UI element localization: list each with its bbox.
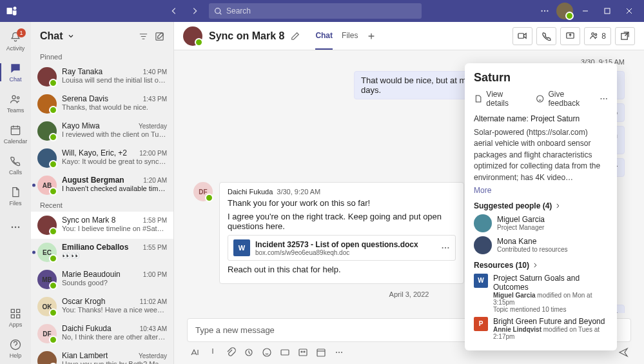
emoji-icon[interactable] — [262, 347, 272, 358]
svg-point-31 — [301, 351, 302, 352]
svg-point-4 — [544, 10, 545, 12]
chat-list-item[interactable]: Ray Tanaka1:40 PM Louisa will send the i… — [31, 63, 173, 90]
rail-teams[interactable]: Teams — [0, 88, 31, 119]
file-attachment[interactable]: W Incident 32573 - List of open question… — [228, 235, 456, 261]
message-text: Thank you for your work on this so far! — [228, 198, 456, 208]
svg-point-7 — [12, 96, 15, 99]
chat-list-item[interactable]: AB August Bergman1:20 AM I haven't check… — [31, 172, 173, 199]
rail-files[interactable]: Files — [0, 181, 31, 212]
rail-calendar[interactable]: Calendar — [0, 119, 31, 150]
send-icon[interactable] — [618, 347, 629, 358]
alternate-name: Alternate name: Project Saturn — [474, 114, 608, 123]
file-more-icon[interactable] — [441, 243, 450, 252]
suggested-person[interactable]: Miguel GarciaProject Manager — [474, 214, 608, 232]
feedback-icon — [536, 94, 544, 103]
svg-rect-30 — [299, 349, 307, 356]
nav-back-button[interactable] — [165, 2, 183, 20]
svg-point-35 — [338, 352, 340, 353]
search-input[interactable] — [226, 6, 416, 15]
chat-list-item[interactable]: Will, Kayo, Eric, +212:00 PM Kayo: It wo… — [31, 145, 173, 172]
chevron-right-icon — [532, 262, 538, 268]
tab-files[interactable]: Files — [342, 22, 358, 50]
app-rail: 1 Activity Chat Teams Calendar Calls Fil… — [0, 22, 31, 364]
maximize-button[interactable] — [598, 2, 617, 20]
compose-more-icon[interactable] — [334, 347, 344, 358]
chat-title: Sync on Mark 8 — [209, 30, 284, 42]
schedule-icon[interactable] — [316, 347, 326, 358]
chat-list-item[interactable]: DF Daichi Fukuda10:43 AM No, I think the… — [31, 320, 173, 347]
titlebar — [0, 0, 644, 22]
loop-icon[interactable] — [244, 347, 254, 358]
search-box[interactable] — [209, 3, 422, 19]
svg-point-2 — [215, 8, 220, 13]
rail-label: Apps — [9, 321, 23, 328]
tab-chat[interactable]: Chat — [315, 22, 333, 50]
suggested-person[interactable]: Mona KaneContributed to resources — [474, 236, 608, 254]
resource-item[interactable]: W Project Saturn Goals and OutcomesMigue… — [474, 274, 608, 313]
chat-list-item[interactable]: MB Marie Beaudouin1:00 PM Sounds good? — [31, 266, 173, 293]
context-more-icon[interactable] — [600, 94, 608, 103]
add-tab-icon[interactable] — [367, 32, 376, 41]
minimize-button[interactable] — [576, 2, 595, 20]
chatlist-title: Chat — [40, 30, 63, 42]
svg-rect-0 — [7, 8, 12, 14]
chat-list-item[interactable]: Kayo MiwaYesterday I reviewed with the c… — [31, 117, 173, 145]
message-avatar: DF — [193, 182, 213, 201]
context-title: Saturn — [474, 71, 608, 85]
priority-icon[interactable] — [208, 347, 218, 358]
profile-avatar[interactable] — [556, 3, 573, 19]
chat-list-item[interactable]: Serena Davis1:43 PM Thanks, that would b… — [31, 90, 173, 117]
word-file-icon: W — [233, 239, 250, 256]
chat-list-item[interactable]: OK Oscar Krogh11:02 AM You: Thanks! Have… — [31, 293, 173, 320]
suggested-people-header[interactable]: Suggested people (4) — [474, 201, 608, 210]
rail-activity[interactable]: 1 Activity — [0, 26, 31, 57]
rail-help[interactable]: Help — [0, 333, 31, 364]
filter-icon[interactable] — [139, 32, 148, 41]
svg-rect-14 — [17, 309, 20, 312]
new-chat-icon[interactable] — [155, 32, 164, 41]
svg-point-36 — [341, 352, 342, 353]
svg-rect-19 — [518, 34, 523, 39]
give-feedback-link[interactable]: Give feedback — [549, 90, 596, 108]
rail-label: Activity — [6, 45, 25, 52]
gif-icon[interactable] — [280, 347, 290, 358]
close-button[interactable] — [620, 2, 639, 20]
rail-label: Calendar — [4, 138, 28, 145]
svg-point-28 — [263, 349, 271, 356]
popout-button[interactable] — [615, 27, 635, 45]
svg-point-5 — [547, 10, 548, 12]
resource-item[interactable]: P Bright Green Future and BeyondAnnie Li… — [474, 317, 608, 340]
chevron-down-icon[interactable] — [67, 32, 75, 40]
apps-icon — [9, 307, 22, 320]
files-icon — [9, 186, 22, 199]
nav-forward-button[interactable] — [186, 2, 204, 20]
attach-icon[interactable] — [226, 347, 236, 358]
rail-apps[interactable]: Apps — [0, 302, 31, 333]
share-screen-button[interactable] — [560, 27, 580, 45]
participants-button[interactable]: 8 — [584, 27, 611, 45]
chat-list-item[interactable]: EC Emiliano Ceballos1:55 PM 👀👀 — [31, 239, 173, 266]
rail-chat[interactable]: Chat — [0, 57, 31, 88]
more-icon — [9, 221, 22, 234]
view-details-link[interactable]: View details — [486, 90, 525, 108]
message-time: 3/30, 9:20 AM — [277, 188, 320, 196]
more-options-button[interactable] — [536, 2, 554, 20]
edit-title-icon[interactable] — [291, 32, 300, 41]
rail-calls[interactable]: Calls — [0, 150, 31, 181]
teams-icon — [9, 93, 22, 106]
context-description: Solar-powered (https://solar.com) aerial… — [474, 127, 608, 183]
rail-label: Chat — [9, 76, 21, 83]
resources-header[interactable]: Resources (10) — [474, 261, 608, 270]
activity-badge: 1 — [17, 28, 26, 37]
video-call-button[interactable] — [512, 27, 532, 45]
more-link[interactable]: More — [474, 186, 491, 195]
audio-call-button[interactable] — [536, 27, 556, 45]
format-icon[interactable] — [190, 347, 200, 358]
teams-logo-icon — [5, 5, 18, 17]
chat-list-item[interactable]: Sync on Mark 81:58 PM You: I believe tim… — [31, 212, 173, 239]
chat-list-item[interactable]: Kian LambertYesterday Have you run this … — [31, 347, 173, 364]
svg-rect-15 — [11, 315, 14, 318]
sticker-icon[interactable] — [298, 347, 308, 358]
participants-count: 8 — [601, 32, 606, 41]
rail-more[interactable] — [0, 212, 31, 243]
